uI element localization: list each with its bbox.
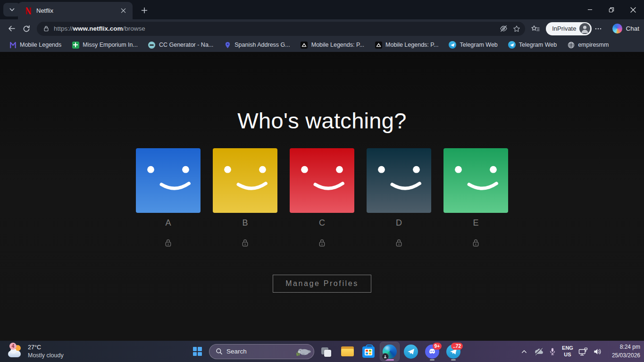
bookmark-cc-generator[interactable]: CC Generator - Na... (143, 40, 218, 50)
tab-netflix[interactable]: Netflix (18, 2, 133, 19)
refresh-button[interactable] (19, 21, 34, 36)
url-domain: www.netflix.com (73, 25, 123, 32)
restore-button[interactable] (601, 0, 622, 19)
mobile-legends-icon (9, 41, 17, 49)
taskbar-center: 9+ ..72 (188, 341, 463, 362)
black-chevron-icon (375, 41, 382, 49)
discord-button[interactable]: 9+ (423, 342, 442, 361)
discord-notification-badge: 9+ (433, 343, 442, 350)
telegram-notification-badge: ..72 (451, 343, 463, 350)
profile-avatar[interactable] (367, 148, 431, 213)
profile-name: B (242, 218, 248, 228)
window-controls (579, 0, 644, 19)
profile-lock-icon (472, 238, 479, 247)
copilot-icon (612, 24, 622, 34)
profile-name: E (473, 218, 478, 228)
volume-icon[interactable] (590, 342, 604, 361)
profile-card-a[interactable]: A (136, 148, 201, 247)
profile-lock-icon (242, 238, 249, 247)
close-window-button[interactable] (622, 0, 644, 19)
network-icon[interactable] (576, 342, 590, 361)
profile-card-d[interactable]: D (367, 148, 431, 247)
url-text: https://www.netflix.com/browse (54, 25, 497, 32)
folder-icon (341, 346, 354, 356)
bookmark-empiresmm[interactable]: empiresmm (562, 40, 614, 50)
bookmark-mobile-legends-p1[interactable]: Mobile Legends: P... (295, 40, 369, 50)
profile-card-e[interactable]: E (443, 148, 508, 247)
bookmark-spanish-address[interactable]: Spanish Address G... (218, 40, 295, 50)
favorites-hub-icon[interactable] (528, 21, 543, 36)
browser-window: Netflix (0, 0, 644, 362)
edge-browser-button[interactable] (380, 342, 399, 361)
weather-badge: 4 (9, 343, 17, 350)
windows-taskbar: 4 27°C Mostly cloudy (0, 341, 644, 362)
globe-icon (567, 41, 575, 49)
system-tray: ENG US 8:24 pm 25/03/2026 (518, 341, 644, 362)
profile-lock-icon (395, 238, 402, 247)
windows-logo-icon (193, 347, 202, 356)
back-button[interactable] (4, 21, 19, 36)
weather-cloud-sun-icon: 4 (7, 343, 24, 361)
tab-strip: Netflix (0, 0, 644, 19)
profile-avatar-icon (579, 23, 590, 34)
task-view-button[interactable] (317, 342, 335, 361)
profile-card-c[interactable]: C (290, 148, 354, 247)
map-pin-icon (224, 41, 231, 49)
file-explorer-button[interactable] (338, 342, 357, 361)
bookmark-missy-emporium[interactable]: Missy Emporium In... (67, 40, 143, 50)
microphone-icon[interactable] (546, 342, 559, 361)
inprivate-badge-icon (382, 353, 389, 360)
profile-name: C (319, 218, 325, 228)
profile-name: D (396, 218, 402, 228)
profile-lock-icon (165, 238, 172, 247)
settings-menu-icon[interactable] (594, 22, 609, 36)
profile-avatar[interactable] (213, 148, 277, 213)
tracking-prevention-icon[interactable] (497, 23, 510, 35)
add-favorite-star-icon[interactable] (510, 23, 523, 35)
language-indicator[interactable]: ENG US (559, 342, 576, 361)
new-tab-button[interactable] (138, 4, 151, 17)
tab-close-icon[interactable] (118, 6, 128, 16)
green-plus-icon (72, 41, 79, 49)
tray-chevron-up-icon[interactable] (518, 342, 531, 361)
search-input[interactable] (226, 348, 293, 355)
lock-icon[interactable] (43, 25, 50, 32)
search-highlight-manatee-image[interactable] (296, 346, 311, 357)
bookmark-mobile-legends-p2[interactable]: Mobile Legends: P... (369, 40, 443, 50)
minimize-button[interactable] (579, 0, 601, 19)
taskbar-search[interactable] (209, 344, 314, 359)
profile-card-b[interactable]: B (213, 148, 277, 247)
manage-profiles-button[interactable]: Manage Profiles (273, 275, 371, 293)
page-title: Who's watching? (237, 108, 406, 134)
bookmark-telegram-web-1[interactable]: Telegram Web (443, 40, 502, 50)
profile-avatar[interactable] (290, 148, 354, 213)
tab-title: Netflix (36, 7, 118, 14)
bookmark-telegram-web-2[interactable]: Telegram Web (503, 40, 562, 50)
teal-minus-icon (148, 41, 156, 49)
address-bar[interactable]: https://www.netflix.com/browse (37, 22, 525, 36)
profiles-row: A B C (136, 148, 508, 247)
telegram-2-button[interactable]: ..72 (444, 342, 463, 361)
profile-lock-icon (318, 238, 326, 247)
weather-temperature: 27°C (28, 344, 41, 352)
weather-widget[interactable]: 4 27°C Mostly cloudy (2, 341, 68, 362)
netflix-favicon (25, 7, 32, 15)
telegram-button[interactable] (401, 342, 420, 361)
profile-avatar[interactable] (443, 148, 508, 213)
running-app-indicator (451, 359, 456, 361)
url-scheme: https:// (54, 25, 73, 32)
browser-toolbar: https://www.netflix.com/browse InPrivate… (0, 19, 644, 38)
copilot-chat-button[interactable]: Chat (612, 24, 639, 34)
bookmark-mobile-legends[interactable]: Mobile Legends (4, 40, 67, 50)
microsoft-store-button[interactable] (359, 342, 378, 361)
inprivate-profile-button[interactable]: InPrivate (546, 22, 592, 35)
inprivate-label: InPrivate (552, 25, 576, 32)
clock-widget[interactable]: 8:24 pm 25/03/2026 (604, 342, 640, 361)
profile-avatar[interactable] (136, 148, 201, 213)
onedrive-cloud-slash-icon[interactable] (531, 342, 546, 361)
start-button[interactable] (188, 342, 207, 361)
profile-name: A (165, 218, 171, 228)
telegram-icon (508, 41, 516, 49)
telegram-icon (404, 345, 418, 359)
chat-label: Chat (626, 25, 639, 32)
